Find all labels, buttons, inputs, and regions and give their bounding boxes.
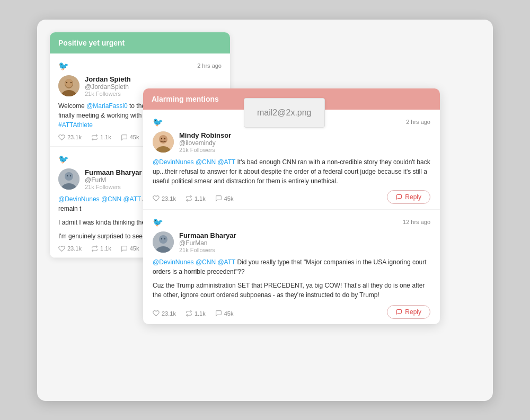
- outer-card: Positive yet urgent 🐦 2 hrs ago: [37, 20, 493, 401]
- left-card-header: Positive yet urgent: [50, 32, 230, 53]
- comments-a2: 45k: [215, 310, 234, 317]
- reply-button-1[interactable]: Reply: [387, 190, 430, 204]
- user-info: Jordan Spieth @JordanSpieth 21k Follower…: [85, 75, 131, 97]
- comments-a1: 45k: [215, 195, 234, 202]
- svg-point-14: [161, 138, 162, 139]
- svg-point-5: [70, 82, 72, 83]
- svg-point-20: [164, 238, 165, 239]
- user-info-a1: Mindy Robinsor @ilovemindy 21k Followers: [179, 131, 231, 153]
- tweet-text-a2: @DevinNunes @CNN @ATT Did you really typ…: [153, 257, 430, 276]
- tweet-time-a1: 2 hrs ago: [406, 119, 430, 125]
- likes-a2: 23.1k: [153, 310, 176, 317]
- svg-point-10: [70, 175, 71, 176]
- svg-point-19: [161, 238, 162, 239]
- user-row-a2: Furmaan Bharyar @FurMan 21k Followers: [153, 231, 430, 253]
- svg-point-7: [65, 172, 73, 181]
- avatar-mindy: [153, 131, 174, 153]
- tweet-text-a1: @DevinNunes @CNN @ATT It's bad enough CN…: [153, 157, 430, 186]
- twitter-icon-a2: 🐦: [153, 217, 163, 227]
- avatar-furmaan: [58, 168, 80, 190]
- right-card-header: Alarming mentions: [143, 88, 440, 110]
- tweet-actions-a1-row: 23.1k 1.1k 45k Reply: [153, 190, 430, 204]
- avatar-furmaan2: [153, 231, 174, 253]
- tweet-time: 2 hrs ago: [197, 62, 222, 69]
- reply-button-2[interactable]: Reply: [387, 305, 430, 319]
- tweet-time-a2: 12 hrs ago: [403, 219, 430, 225]
- retweets-a1: 1.1k: [186, 195, 206, 202]
- likes-a1: 23.1k: [153, 195, 176, 202]
- user-row-a1: Mindy Robinsor @ilovemindy 21k Followers: [153, 131, 430, 153]
- avatar-jordan: [58, 75, 80, 96]
- tweet-actions-a2-row: 23.1k 1.1k 45k Reply: [153, 305, 430, 319]
- twitter-icon: 🐦: [58, 61, 69, 71]
- user-info-a2: Furmaan Bharyar @FurMan 21k Followers: [179, 231, 236, 253]
- svg-point-9: [67, 175, 68, 176]
- twitter-icon-2: 🐦: [58, 154, 69, 164]
- retweets: 1.1k: [91, 134, 111, 141]
- retweets-a2: 1.1k: [186, 310, 206, 317]
- alarming-tweet-1: 🐦 2 hrs ago Mindy Robinsor @il: [143, 110, 440, 210]
- alarming-tweet-2: 🐦 12 hrs ago Furmaan Bharyar @FurMan: [143, 210, 440, 324]
- comments-2: 45k: [121, 245, 139, 252]
- retweets-2: 1.1k: [91, 245, 111, 252]
- tweet-actions-a1: 23.1k 1.1k 45k: [153, 195, 233, 202]
- tweet-actions-a2: 23.1k 1.1k 45k: [153, 310, 233, 317]
- likes: 23.1k: [58, 134, 82, 141]
- comments: 45k: [121, 134, 139, 141]
- user-info-2: Furmaan Bharyar @FurM 21k Followers: [85, 168, 142, 190]
- tweet-extra-a2: Cuz the Trump administration SET that PR…: [153, 281, 430, 300]
- svg-point-4: [66, 82, 67, 83]
- svg-point-15: [164, 138, 165, 139]
- likes-2: 23.1k: [58, 245, 82, 252]
- svg-point-3: [65, 79, 73, 87]
- svg-point-17: [159, 235, 167, 244]
- twitter-icon-a1: 🐦: [153, 117, 163, 127]
- right-card: Alarming mentions 🐦 2 hrs ago: [143, 88, 440, 324]
- svg-point-12: [159, 135, 167, 144]
